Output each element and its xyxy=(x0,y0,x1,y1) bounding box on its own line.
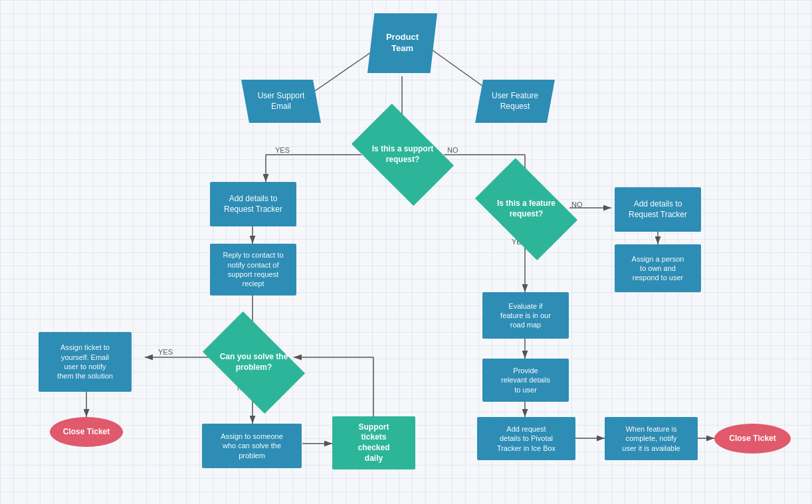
close-ticket-right-label: Close Ticket xyxy=(729,434,775,444)
user-feature-request-shape: User Feature Request xyxy=(475,80,555,123)
label-yes-solve: YES xyxy=(158,348,173,356)
label-no-support: NO xyxy=(447,146,458,154)
can-you-solve-diamond: Can you solve the problem? xyxy=(210,334,298,391)
close-ticket-right-shape: Close Ticket xyxy=(714,424,791,454)
assign-ticket-label: Assign ticket to yourself. Email user to… xyxy=(57,343,113,380)
user-feature-request-label: User Feature Request xyxy=(492,91,538,112)
assign-person-label: Assign a person to own and respond to us… xyxy=(632,254,684,283)
add-details-left-label: Add details to Request Tracker xyxy=(224,194,282,214)
when-feature-label: When feature is complete, notify user it… xyxy=(622,424,680,453)
assign-person-shape: Assign a person to own and respond to us… xyxy=(615,244,701,292)
is-feature-request-diamond: Is this a feature request? xyxy=(482,181,570,238)
product-team-shape: Product Team xyxy=(367,13,437,73)
assign-ticket-shape: Assign ticket to yourself. Email user to… xyxy=(39,332,132,392)
can-you-solve-label: Can you solve the problem? xyxy=(210,349,298,375)
assign-someone-label: Assign to someone who can solve the prob… xyxy=(221,432,283,460)
product-team-label: Product Team xyxy=(386,32,419,54)
support-tickets-shape: Support tickets checked daily xyxy=(332,416,415,469)
reply-contact-shape: Reply to contact to notify contact of su… xyxy=(210,244,296,295)
add-pivotal-shape: Add request details to Pivotal Tracker i… xyxy=(477,417,575,460)
label-yes-support: YES xyxy=(275,146,290,154)
add-details-right-label: Add details to Request Tracker xyxy=(629,199,687,220)
label-no-feature: NO xyxy=(571,201,583,209)
add-details-request-tracker-right-shape: Add details to Request Tracker xyxy=(615,187,701,232)
evaluate-feature-label: Evaluate if feature is in our road map xyxy=(500,301,551,330)
user-support-email-label: User Support Email xyxy=(258,91,305,112)
close-ticket-left-shape: Close Ticket xyxy=(50,417,123,447)
add-details-request-tracker-left-shape: Add details to Request Tracker xyxy=(210,182,296,226)
add-pivotal-label: Add request details to Pivotal Tracker i… xyxy=(497,424,556,453)
close-ticket-left-label: Close Ticket xyxy=(63,427,110,438)
support-tickets-label: Support tickets checked daily xyxy=(357,422,389,463)
is-support-request-diamond: Is this a support request? xyxy=(359,126,447,183)
user-support-email-shape: User Support Email xyxy=(241,80,321,123)
provide-details-label: Provide relevant details to user xyxy=(501,366,550,394)
provide-details-shape: Provide relevant details to user xyxy=(482,359,569,402)
when-feature-shape: When feature is complete, notify user it… xyxy=(605,417,698,460)
is-support-request-label: Is this a support request? xyxy=(359,141,447,167)
evaluate-feature-shape: Evaluate if feature is in our road map xyxy=(482,292,569,339)
reply-contact-label: Reply to contact to notify contact of su… xyxy=(223,250,283,288)
is-feature-request-label: Is this a feature request? xyxy=(482,196,570,222)
assign-someone-shape: Assign to someone who can solve the prob… xyxy=(202,424,302,468)
